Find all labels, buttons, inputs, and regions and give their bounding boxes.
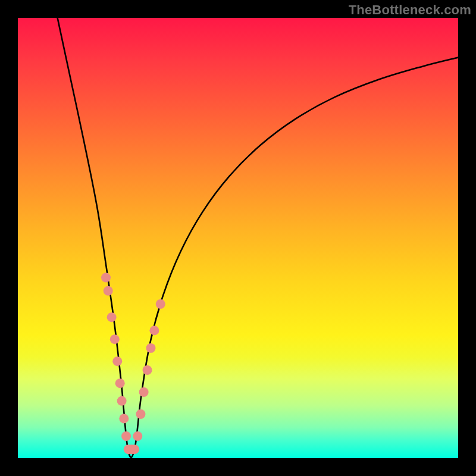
- marker-dot: [107, 312, 117, 322]
- marker-dot: [104, 286, 113, 296]
- marker-dot: [149, 325, 159, 335]
- marker-dot: [110, 334, 120, 344]
- marker-dot: [146, 343, 155, 353]
- chart-frame: TheBottleneck.com: [0, 0, 476, 476]
- chart-svg: [18, 18, 458, 458]
- marker-dot: [143, 365, 152, 375]
- marker-dot: [136, 409, 145, 419]
- marker-dot: [119, 414, 129, 423]
- marker-dot: [115, 378, 125, 388]
- marker-dot: [130, 444, 139, 454]
- marker-dot: [121, 431, 131, 441]
- marker-dot: [133, 431, 142, 441]
- marker-dot: [112, 356, 122, 366]
- watermark-text: TheBottleneck.com: [349, 2, 471, 18]
- marker-dot: [156, 299, 165, 309]
- marker-dot: [101, 273, 111, 283]
- marker-dot: [117, 396, 127, 406]
- bottleneck-curve: [58, 18, 458, 458]
- marker-dot: [139, 387, 149, 397]
- plot-area: [18, 18, 458, 458]
